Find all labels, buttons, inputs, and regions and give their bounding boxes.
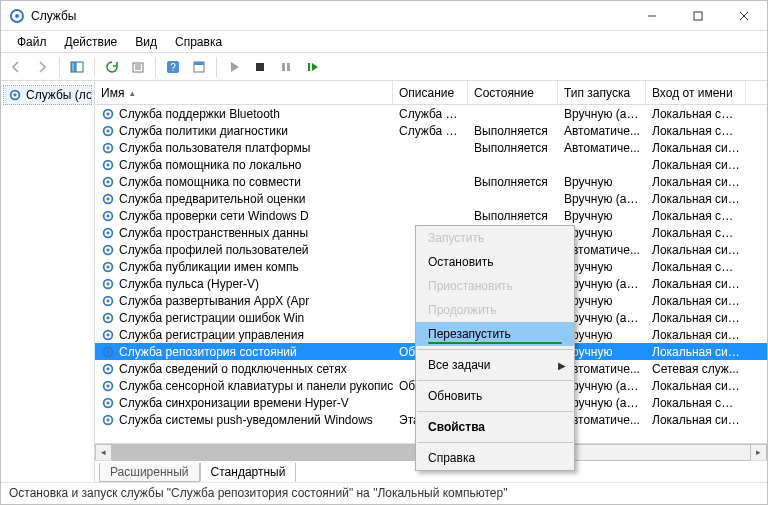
gear-icon [8,88,22,102]
cell-name: Служба регистрации управления [95,328,393,342]
service-row[interactable]: Служба помощника по совместиВыполняетсяВ… [95,173,767,190]
menu-file[interactable]: Файл [9,33,55,51]
tab-extended[interactable]: Расширенный [99,463,200,482]
svg-point-30 [107,197,110,200]
svg-point-46 [107,333,110,336]
gear-icon [101,311,115,325]
submenu-arrow-icon: ▶ [558,360,566,371]
svg-point-36 [107,248,110,251]
minimize-button[interactable] [629,1,675,30]
column-header-name[interactable]: Имя▴ [95,81,393,104]
refresh-button[interactable] [101,56,123,78]
svg-point-48 [107,350,110,353]
cell-logon: Локальная сис... [646,294,746,308]
start-service-button[interactable] [223,56,245,78]
tree-pane[interactable]: Службы (лок [1,81,95,482]
ctx-refresh[interactable]: Обновить [416,384,574,408]
window-controls [629,1,767,30]
cell-logon: Локальная сис... [646,345,746,359]
ctx-all-tasks[interactable]: Все задачи▶ [416,353,574,377]
cell-startup: Автоматиче... [558,141,646,155]
show-hide-tree-button[interactable] [66,56,88,78]
svg-rect-7 [76,62,83,72]
cell-startup: Вручную (ак... [558,192,646,206]
svg-rect-13 [256,63,264,71]
gear-icon [101,107,115,121]
ctx-resume[interactable]: Продолжить [416,298,574,322]
export-list-button[interactable] [127,56,149,78]
gear-icon [101,192,115,206]
cell-name: Служба предварительной оценки [95,192,393,206]
main-split: Службы (лок Имя▴ Описание Состояние Тип … [1,81,767,482]
cell-name: Служба сенсорной клавиатуры и панели рук… [95,379,393,393]
cell-logon: Локальная сис... [646,192,746,206]
maximize-button[interactable] [675,1,721,30]
nav-back-button[interactable] [5,56,27,78]
gear-icon [101,226,115,240]
cell-desc: Служба п... [393,124,468,138]
scroll-thumb[interactable] [112,445,463,460]
cell-name: Служба системы push-уведомлений Windows [95,413,393,427]
help-button[interactable]: ? [162,56,184,78]
ctx-start[interactable]: Запустить [416,226,574,250]
gear-icon [101,158,115,172]
cell-state: Выполняется [468,124,558,138]
properties-button[interactable] [188,56,210,78]
svg-rect-15 [287,63,290,71]
ctx-properties[interactable]: Свойства [416,415,574,439]
gear-icon [101,328,115,342]
stop-service-button[interactable] [249,56,271,78]
toolbar-separator [94,57,95,77]
gear-icon [101,362,115,376]
service-row[interactable]: Служба поддержки BluetoothСлужба Bl...Вр… [95,105,767,122]
gear-icon [101,413,115,427]
toolbar-separator [59,57,60,77]
statusbar: Остановка и запуск службы "Служба репози… [1,482,767,504]
ctx-separator [417,411,573,412]
scroll-right-button[interactable]: ▸ [750,444,767,461]
column-header-logon[interactable]: Вход от имени [646,81,746,104]
column-header-desc[interactable]: Описание [393,81,468,104]
services-window: Службы Файл Действие Вид Справка ? [0,0,768,505]
cell-startup: Вручную [558,209,646,223]
restart-service-button[interactable] [301,56,323,78]
sort-asc-icon: ▴ [130,88,135,98]
tree-root-services[interactable]: Службы (лок [3,85,92,105]
ctx-restart[interactable]: Перезапустить [416,322,574,346]
cell-desc: Служба Bl... [393,107,468,121]
cell-name: Служба пользователя платформы [95,141,393,155]
pause-service-button[interactable] [275,56,297,78]
ctx-pause[interactable]: Приостановить [416,274,574,298]
scroll-left-button[interactable]: ◂ [95,444,112,461]
cell-logon: Локальная слу... [646,226,746,240]
tab-standard[interactable]: Стандартный [200,463,297,482]
svg-rect-6 [71,62,75,72]
column-header-state[interactable]: Состояние [468,81,558,104]
ctx-stop[interactable]: Остановить [416,250,574,274]
cell-state: Выполняется [468,209,558,223]
menu-help[interactable]: Справка [167,33,230,51]
service-row[interactable]: Служба пользователя платформыВыполняется… [95,139,767,156]
menu-view[interactable]: Вид [127,33,165,51]
svg-point-54 [107,401,110,404]
close-button[interactable] [721,1,767,30]
cell-logon: Локальная сис... [646,413,746,427]
column-header-startup[interactable]: Тип запуска [558,81,646,104]
cell-logon: Локальная слу... [646,209,746,223]
svg-point-32 [107,214,110,217]
service-row[interactable]: Служба помощника по локальноЛокальная си… [95,156,767,173]
menu-action[interactable]: Действие [57,33,126,51]
svg-point-40 [107,282,110,285]
cell-name: Служба пространственных данны [95,226,393,240]
ctx-separator [417,442,573,443]
app-icon [9,8,25,24]
gear-icon [101,345,115,359]
services-list-pane: Имя▴ Описание Состояние Тип запуска Вход… [95,81,767,482]
service-row[interactable]: Служба предварительной оценкиВручную (ак… [95,190,767,207]
cell-logon: Локальная слу... [646,107,746,121]
service-row[interactable]: Служба политики диагностикиСлужба п...Вы… [95,122,767,139]
ctx-help[interactable]: Справка [416,446,574,470]
nav-forward-button[interactable] [31,56,53,78]
service-row[interactable]: Служба проверки сети Windows DВыполняетс… [95,207,767,224]
cell-logon: Локальная сис... [646,243,746,257]
